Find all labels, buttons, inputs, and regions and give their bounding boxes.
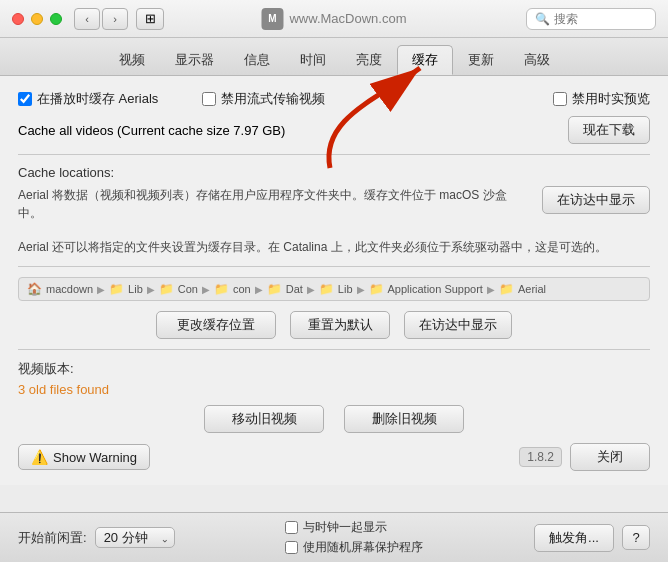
delete-old-button[interactable]: 删除旧视频 [344, 405, 464, 433]
desc1-text: Aerial 将数据（视频和视频列表）存储在用户应用程序文件夹中。缓存文件位于 … [18, 186, 528, 222]
close-button[interactable]: 关闭 [570, 443, 650, 471]
folder-icon1: 📁 [109, 282, 124, 296]
traffic-lights [12, 13, 62, 25]
cache-locations-label: Cache locations: [18, 165, 650, 180]
checkbox2-label[interactable]: 禁用流式传输视频 [202, 90, 325, 108]
content-wrapper: 在播放时缓存 Aerials 禁用流式传输视频 禁用时实预览 Cache all… [0, 76, 668, 512]
titlebar-center: M www.MacDown.com [261, 8, 406, 30]
show-warning-button[interactable]: ⚠️ Show Warning [18, 444, 150, 470]
path-macdown[interactable]: macdown [46, 283, 93, 295]
tab-cache[interactable]: 缓存 [397, 45, 453, 75]
desc1-row: Aerial 将数据（视频和视频列表）存储在用户应用程序文件夹中。缓存文件位于 … [18, 186, 650, 230]
search-input[interactable] [554, 12, 647, 26]
folder-icon5: 📁 [319, 282, 334, 296]
version-badge: 1.8.2 [519, 447, 562, 467]
home-icon: 🏠 [27, 282, 42, 296]
cache-info-row: Cache all videos (Current cache size 7.9… [18, 116, 650, 144]
path-app-support[interactable]: Application Support [388, 283, 483, 295]
tabbar: 视频 显示器 信息 时间 亮度 缓存 更新 高级 [0, 38, 668, 76]
titlebar: ‹ › ⊞ M www.MacDown.com 🔍 [0, 0, 668, 38]
content: 在播放时缓存 Aerials 禁用流式传输视频 禁用时实预览 Cache all… [0, 76, 668, 485]
checkbox3[interactable] [553, 92, 567, 106]
hot-corners-button[interactable]: 触发角... [534, 524, 614, 552]
nav-arrows: ‹ › [74, 8, 128, 30]
tab-update[interactable]: 更新 [453, 45, 509, 74]
clock-checkbox-label[interactable]: 与时钟一起显示 [285, 519, 387, 536]
cache-info-text: Cache all videos (Current cache size 7.9… [18, 123, 285, 138]
bottom-right: 触发角... ? [534, 524, 650, 552]
random-checkbox-label[interactable]: 使用随机屏幕保护程序 [285, 539, 423, 556]
divider2 [18, 266, 650, 267]
warning-row: ⚠️ Show Warning 1.8.2 关闭 [18, 443, 650, 471]
tab-video[interactable]: 视频 [104, 45, 160, 74]
help-button[interactable]: ? [622, 525, 650, 550]
video-section: 视频版本: 3 old files found 移动旧视频 删除旧视频 [18, 360, 650, 433]
checkbox3-label[interactable]: 禁用时实预览 [553, 90, 650, 108]
titlebar-title: www.MacDown.com [289, 11, 406, 26]
folder-icon2: 📁 [159, 282, 174, 296]
folder-icon3: 📁 [214, 282, 229, 296]
old-files-text: 3 old files found [18, 382, 650, 397]
minimize-button[interactable] [31, 13, 43, 25]
download-button[interactable]: 现在下载 [568, 116, 650, 144]
path-dat[interactable]: Dat [286, 283, 303, 295]
tab-advanced[interactable]: 高级 [509, 45, 565, 74]
version-close-group: 1.8.2 关闭 [519, 443, 650, 471]
show-in-finder-button1[interactable]: 在访达中显示 [542, 186, 650, 214]
path-lib2[interactable]: Lib [338, 283, 353, 295]
maximize-button[interactable] [50, 13, 62, 25]
idle-label: 开始前闲置: [18, 529, 87, 547]
divider1 [18, 154, 650, 155]
path-con2[interactable]: con [233, 283, 251, 295]
video-buttons-row: 移动旧视频 删除旧视频 [18, 405, 650, 433]
reset-default-button[interactable]: 重置为默认 [290, 311, 390, 339]
desc2-text: Aerial 还可以将指定的文件夹设置为缓存目录。在 Catalina 上，此文… [18, 238, 650, 256]
buttons-row: 更改缓存位置 重置为默认 在访达中显示 [18, 311, 650, 339]
grid-icon[interactable]: ⊞ [136, 8, 164, 30]
tab-time[interactable]: 时间 [285, 45, 341, 74]
idle-select-wrapper[interactable]: 20 分钟 5 分钟 10 分钟 30 分钟 1 小时 从不 [95, 527, 175, 548]
tab-brightness[interactable]: 亮度 [341, 45, 397, 74]
checkboxes-row: 在播放时缓存 Aerials 禁用流式传输视频 禁用时实预览 [18, 90, 650, 108]
forward-button[interactable]: › [102, 8, 128, 30]
video-version-title: 视频版本: [18, 360, 650, 378]
search-icon: 🔍 [535, 12, 550, 26]
change-cache-button[interactable]: 更改缓存位置 [156, 311, 276, 339]
random-checkbox[interactable] [285, 541, 298, 554]
clock-checkbox[interactable] [285, 521, 298, 534]
checkbox1-label[interactable]: 在播放时缓存 Aerials [18, 90, 158, 108]
move-old-button[interactable]: 移动旧视频 [204, 405, 324, 433]
warning-icon: ⚠️ [31, 449, 48, 465]
app-logo: M [261, 8, 283, 30]
checkbox1[interactable] [18, 92, 32, 106]
location-path: 🏠 macdown ▶ 📁 Lib ▶ 📁 Con ▶ 📁 con ▶ 📁 Da… [18, 277, 650, 301]
back-button[interactable]: ‹ [74, 8, 100, 30]
search-box[interactable]: 🔍 [526, 8, 656, 30]
divider3 [18, 349, 650, 350]
bottom-left: 开始前闲置: 20 分钟 5 分钟 10 分钟 30 分钟 1 小时 从不 [18, 527, 175, 548]
bottom-bar: 开始前闲置: 20 分钟 5 分钟 10 分钟 30 分钟 1 小时 从不 与时… [0, 512, 668, 562]
path-lib1[interactable]: Lib [128, 283, 143, 295]
tab-display[interactable]: 显示器 [160, 45, 229, 74]
tab-info[interactable]: 信息 [229, 45, 285, 74]
path-con1[interactable]: Con [178, 283, 198, 295]
close-button[interactable] [12, 13, 24, 25]
path-aerial[interactable]: Aerial [518, 283, 546, 295]
bottom-center: 与时钟一起显示 使用随机屏幕保护程序 [285, 519, 423, 556]
folder-icon4: 📁 [267, 282, 282, 296]
folder-icon6: 📁 [369, 282, 384, 296]
checkbox2[interactable] [202, 92, 216, 106]
path-sep1: ▶ [97, 284, 105, 295]
show-in-finder-button2[interactable]: 在访达中显示 [404, 311, 512, 339]
folder-icon7: 📁 [499, 282, 514, 296]
idle-select[interactable]: 20 分钟 5 分钟 10 分钟 30 分钟 1 小时 从不 [95, 527, 175, 548]
